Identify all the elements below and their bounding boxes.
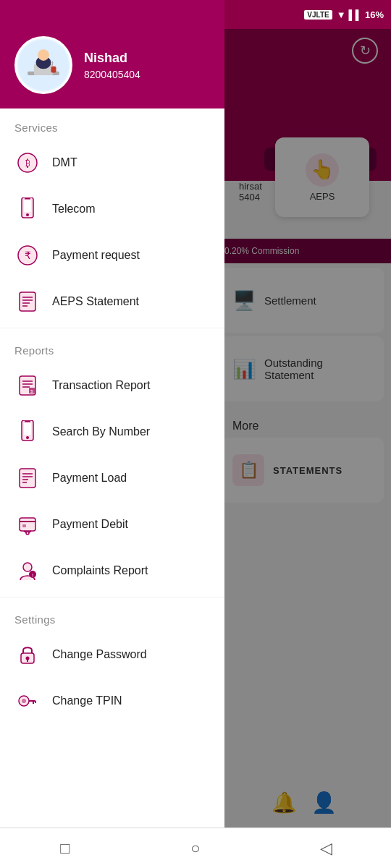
user-info: Nishad 8200405404 <box>84 51 140 80</box>
payment-request-label: Payment request <box>52 249 140 262</box>
reports-section-label: Reports <box>0 331 224 362</box>
sidebar-item-telecom[interactable]: Telecom <box>0 186 224 232</box>
svg-point-37 <box>26 532 29 535</box>
svg-point-42 <box>26 657 30 660</box>
svg-point-38 <box>23 563 32 571</box>
svg-rect-26 <box>24 423 31 435</box>
sidebar-item-payment-request[interactable]: ₹ Payment request <box>0 232 224 278</box>
wifi-icon: ▼ <box>337 9 346 20</box>
change-tpin-icon <box>14 688 41 714</box>
search-by-number-icon <box>14 419 41 445</box>
transaction-report-label: Transaction Report <box>52 379 150 392</box>
complaints-report-icon: ! <box>14 558 41 584</box>
avatar <box>14 36 72 94</box>
user-name: Nishad <box>84 51 140 66</box>
change-password-icon <box>14 642 41 668</box>
sidebar-item-search-by-number[interactable]: Search By Number <box>0 409 224 455</box>
svg-rect-9 <box>24 200 31 212</box>
svg-point-27 <box>26 436 29 439</box>
drawer-header: Nishad 8200405404 <box>0 0 224 109</box>
aeps-statement-label: AEPS Statement <box>52 295 139 308</box>
signal-icon: ▌▌ <box>349 9 362 20</box>
avatar-image <box>18 40 69 90</box>
payment-request-icon: ₹ <box>14 242 41 268</box>
payment-debit-label: Payment Debit <box>52 518 128 531</box>
nav-square-button[interactable]: □ <box>51 834 80 863</box>
svg-point-10 <box>26 213 29 216</box>
payment-debit-icon <box>14 511 41 537</box>
svg-rect-14 <box>20 292 35 311</box>
settings-section-label: Settings <box>0 600 224 631</box>
complaints-report-label: Complaints Report <box>52 564 148 577</box>
payment-load-icon <box>14 465 41 491</box>
svg-rect-34 <box>20 518 35 531</box>
svg-text:₹: ₹ <box>25 250 31 261</box>
battery-text: 16% <box>365 9 384 20</box>
network-badge: VJLTE <box>304 10 332 20</box>
overlay-dim <box>217 29 391 868</box>
sidebar-item-complaints-report[interactable]: ! Complaints Report <box>0 548 224 594</box>
divider-2 <box>0 597 224 597</box>
sidebar-item-dmt[interactable]: ₿ DMT <box>0 140 224 186</box>
telecom-icon <box>14 196 41 222</box>
sidebar-item-transaction-report[interactable]: $ Transaction Report <box>0 362 224 409</box>
svg-point-4 <box>38 49 49 61</box>
services-section-label: Services <box>0 109 224 140</box>
svg-point-45 <box>22 699 26 703</box>
nav-home-button[interactable]: ○ <box>181 834 210 863</box>
dmt-label: DMT <box>52 156 77 169</box>
navigation-drawer: Nishad 8200405404 Services ₿ DMT Telecom <box>0 0 224 868</box>
svg-rect-36 <box>22 524 26 527</box>
aeps-statement-icon <box>14 289 41 315</box>
change-password-label: Change Password <box>52 648 147 661</box>
divider-1 <box>0 328 224 328</box>
transaction-report-icon: $ <box>14 373 41 399</box>
search-by-number-label: Search By Number <box>52 425 150 438</box>
svg-text:₿: ₿ <box>25 158 30 169</box>
dmt-icon: ₿ <box>14 150 41 176</box>
svg-rect-5 <box>51 67 56 73</box>
user-phone: 8200405404 <box>84 69 140 80</box>
svg-rect-29 <box>20 469 35 488</box>
sidebar-item-payment-load[interactable]: Payment Load <box>0 455 224 501</box>
payment-load-label: Payment Load <box>52 472 127 485</box>
status-right: VJLTE ▼ ▌▌ 16% <box>304 9 384 20</box>
telecom-label: Telecom <box>52 203 96 216</box>
sidebar-item-change-password[interactable]: Change Password <box>0 631 224 678</box>
sidebar-item-payment-debit[interactable]: Payment Debit <box>0 501 224 548</box>
sidebar-item-aeps-statement[interactable]: AEPS Statement <box>0 278 224 325</box>
sidebar-item-change-tpin[interactable]: Change TPIN <box>0 678 224 724</box>
svg-text:!: ! <box>32 572 33 579</box>
change-tpin-label: Change TPIN <box>52 694 122 707</box>
nav-back-button[interactable]: ◁ <box>311 834 340 863</box>
bottom-navigation: □ ○ ◁ <box>0 827 391 868</box>
